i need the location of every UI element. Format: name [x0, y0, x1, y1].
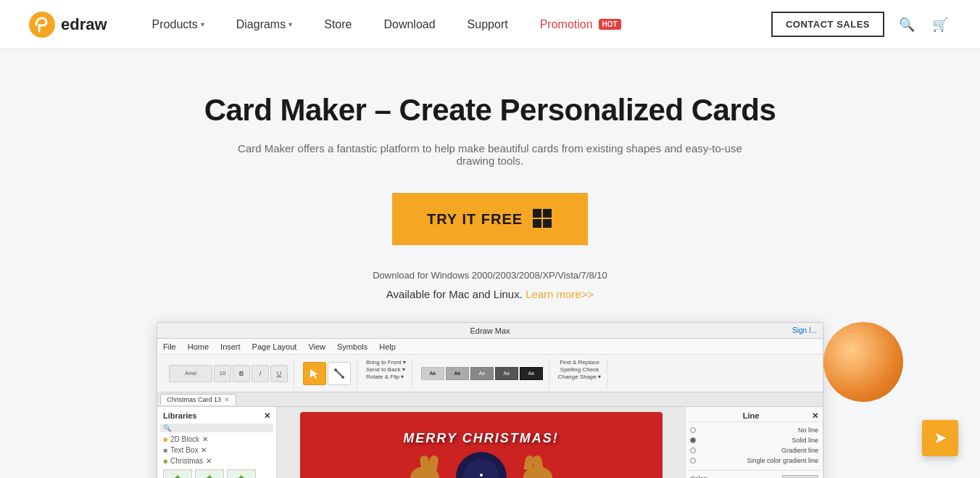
app-menubar: File Home Insert Page Layout View Symbol…	[157, 339, 823, 355]
nav-right: CONTACT SALES 🔍 🛒	[771, 12, 951, 37]
cta-label: TRY IT FREE	[427, 211, 523, 228]
orange-orb-decoration	[823, 322, 903, 402]
moon-decoration	[456, 452, 507, 479]
toolbar-group-shapes	[297, 359, 357, 388]
toolbar-group-arrange: Bring to Front ▾ Send to Back ▾ Rotate &…	[360, 359, 412, 388]
thumbnail-1: 🎄 Christmas...	[163, 469, 192, 478]
app-titlebar: Edraw Max Sign I...	[157, 323, 823, 339]
svg-rect-1	[533, 209, 541, 218]
svg-rect-4	[543, 219, 552, 228]
reindeer-right	[512, 456, 552, 479]
app-body: Libraries ✕ 🔍 ■ 2D Block ✕ ■ Text Box	[157, 407, 823, 478]
app-screenshot: Edraw Max Sign I... File Home Insert Pag…	[157, 322, 823, 478]
cursor-icon	[309, 368, 320, 379]
try-free-button[interactable]: TRY IT FREE	[392, 193, 588, 245]
color-swatch	[782, 475, 818, 478]
app-toolbar: Arial 10 B I U	[157, 355, 823, 392]
toolbar-underline: U	[270, 365, 288, 382]
reindeer-left	[410, 456, 450, 479]
sidebar-search: 🔍	[160, 424, 273, 432]
chevron-down-icon: ▾	[288, 20, 292, 28]
panel-row-single-gradient: Single color gradient line	[689, 456, 820, 466]
svg-point-8	[341, 376, 344, 379]
nav-item-diagrams[interactable]: Diagrams ▾	[220, 0, 308, 49]
toolbar-font-select: Arial	[169, 365, 212, 382]
hot-badge: HOT	[599, 19, 621, 30]
download-note: Download for Windows 2000/2003/2008/XP/V…	[14, 270, 966, 281]
app-canvas: MERRY CHRISTMAS!	[277, 407, 685, 478]
panel-color-row: Color:	[689, 474, 820, 478]
toolbar-connector	[328, 362, 351, 385]
search-button[interactable]: 🔍	[896, 14, 918, 36]
toolbar-group-font: Arial 10 B I U	[163, 359, 294, 388]
nav-item-promotion[interactable]: Promotion HOT	[524, 0, 637, 49]
chat-icon: ➤	[934, 429, 947, 448]
svg-rect-3	[533, 219, 541, 228]
nav-links: Products ▾ Diagrams ▾ Store Download Sup…	[136, 0, 771, 49]
windows-icon	[533, 209, 553, 229]
toolbar-size-select: 10	[214, 365, 231, 382]
navigation: edraw Products ▾ Diagrams ▾ Store Downlo…	[0, 0, 980, 49]
app-tab-christmas: Christmas Card 13 ✕	[160, 394, 236, 405]
toolbar-group-editing: Find & Replace Spelling Check Change Sha…	[552, 359, 608, 388]
learn-more-link[interactable]: Learn more>>	[526, 288, 594, 300]
hero-section: Card Maker – Create Personalized Cards C…	[0, 49, 980, 478]
sidebar-item-christmas: ■ Christmas ✕	[160, 456, 273, 466]
sidebar-item-textbox: ■ Text Box ✕	[160, 445, 273, 456]
thumbnail-area: 🎄 Christmas... 🎄 Christmas... 🎄 Christma…	[160, 466, 273, 478]
svg-rect-2	[543, 209, 552, 218]
page-title: Card Maker – Create Personalized Cards	[14, 93, 966, 128]
right-panel-header: Line ✕	[689, 410, 820, 422]
svg-line-6	[336, 370, 343, 377]
chat-widget[interactable]: ➤	[922, 420, 958, 456]
thumbnail-2: 🎄 Christmas...	[195, 469, 224, 478]
nav-item-store[interactable]: Store	[308, 0, 368, 49]
nav-item-support[interactable]: Support	[452, 0, 524, 49]
hero-subtitle: Card Maker offers a fantastic platform t…	[236, 142, 744, 167]
screenshot-container: Edraw Max Sign I... File Home Insert Pag…	[91, 322, 889, 478]
search-icon: 🔍	[163, 424, 171, 432]
logo-icon	[29, 12, 55, 38]
app-right-panel: Line ✕ No line Solid line Gradient line	[685, 407, 823, 478]
card-title: MERRY CHRISTMAS!	[403, 431, 558, 446]
panel-row-solid: Solid line	[689, 435, 820, 445]
card-preview: MERRY CHRISTMAS!	[300, 412, 663, 478]
cart-button[interactable]: 🛒	[929, 14, 951, 36]
toolbar-italic: I	[252, 365, 269, 382]
nav-item-download[interactable]: Download	[368, 0, 451, 49]
sidebar-header: Libraries ✕	[160, 410, 273, 422]
panel-color-section: Color: Shade/Tint: 0 % Transparency:	[689, 470, 820, 478]
sidebar-item-2d: ■ 2D Block ✕	[160, 434, 273, 445]
svg-point-7	[334, 368, 337, 371]
logo[interactable]: edraw	[29, 12, 107, 38]
available-text: Available for Mac and Linux. Learn more>…	[14, 288, 966, 300]
toolbar-bold: B	[233, 365, 250, 382]
card-decoration	[410, 452, 552, 479]
panel-row-gradient: Gradient line	[689, 445, 820, 456]
chevron-down-icon: ▾	[201, 20, 204, 28]
contact-sales-button[interactable]: CONTACT SALES	[771, 12, 884, 37]
toolbar-group-styles: Aa Aa Aa Aa Aa	[415, 359, 549, 388]
connector-icon	[333, 368, 345, 379]
panel-row-no-line: No line	[689, 425, 820, 435]
thumbnail-3: 🎄 Christmas...	[227, 469, 256, 478]
app-sidebar: Libraries ✕ 🔍 ■ 2D Block ✕ ■ Text Box	[157, 407, 277, 478]
cart-icon: 🛒	[932, 17, 948, 32]
toolbar-select-tool	[303, 362, 326, 385]
svg-marker-5	[310, 369, 318, 379]
logo-text: edraw	[61, 15, 107, 34]
app-tabbar: Christmas Card 13 ✕	[157, 392, 823, 407]
nav-item-products[interactable]: Products ▾	[136, 0, 220, 49]
search-icon: 🔍	[899, 17, 915, 32]
